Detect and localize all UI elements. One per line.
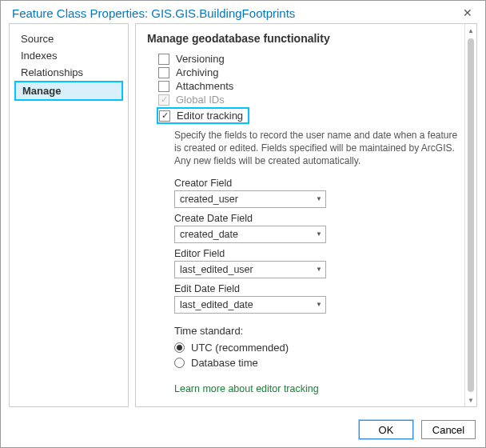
radio-utc-label: UTC (recommended) xyxy=(191,342,289,354)
editor-field-value: last_edited_user xyxy=(180,264,253,275)
main-panel: Manage geodatabase functionality Version… xyxy=(135,23,477,407)
chevron-down-icon: ▼ xyxy=(316,195,322,202)
radio-db[interactable] xyxy=(174,358,185,368)
dialog-body: Source Indexes Relationships Manage Mana… xyxy=(1,23,485,414)
option-attachments[interactable]: Attachments xyxy=(158,80,458,92)
option-attachments-label: Attachments xyxy=(176,80,233,92)
cancel-button[interactable]: Cancel xyxy=(421,420,476,439)
radio-utc[interactable] xyxy=(174,342,185,353)
creator-field-label: Creator Field xyxy=(174,178,458,189)
radio-utc-row[interactable]: UTC (recommended) xyxy=(174,342,458,354)
editor-field-dropdown[interactable]: last_edited_user ▼ xyxy=(174,261,326,278)
editor-field-label: Editor Field xyxy=(174,248,458,259)
close-icon[interactable]: ✕ xyxy=(458,6,477,20)
scroll-down-icon[interactable]: ▼ xyxy=(468,395,474,405)
editor-tracking-description: Specify the fields to record the user na… xyxy=(174,129,458,168)
create-date-field-value: created_date xyxy=(180,229,238,240)
edit-date-field-value: last_edited_date xyxy=(180,299,253,310)
chevron-down-icon: ▼ xyxy=(316,266,322,273)
sidebar-item-manage[interactable]: Manage xyxy=(14,81,123,101)
creator-field-dropdown[interactable]: created_user ▼ xyxy=(174,190,326,208)
radio-db-label: Database time xyxy=(191,357,258,369)
dialog-title: Feature Class Properties: GIS.GIS.Buildi… xyxy=(12,6,295,20)
sidebar: Source Indexes Relationships Manage xyxy=(9,23,129,407)
title-bar: Feature Class Properties: GIS.GIS.Buildi… xyxy=(1,1,485,23)
ok-button[interactable]: OK xyxy=(359,420,413,439)
sidebar-item-indexes[interactable]: Indexes xyxy=(10,47,128,64)
checkbox-globalids: ✓ xyxy=(158,94,169,106)
sidebar-item-relationships[interactable]: Relationships xyxy=(10,64,128,81)
radio-dot-icon xyxy=(177,345,182,350)
editor-tracking-block: Specify the fields to record the user na… xyxy=(174,129,458,395)
section-heading: Manage geodatabase functionality xyxy=(147,32,458,45)
scroll-thumb[interactable] xyxy=(468,38,474,392)
chevron-down-icon: ▼ xyxy=(316,301,322,308)
create-date-field-dropdown[interactable]: created_date ▼ xyxy=(174,226,326,243)
time-standard-label: Time standard: xyxy=(174,325,458,337)
option-globalids-label: Global IDs xyxy=(176,94,225,106)
vertical-scrollbar[interactable]: ▲ ▼ xyxy=(464,24,476,406)
option-versioning-label: Versioning xyxy=(176,53,225,65)
radio-db-row[interactable]: Database time xyxy=(174,357,458,369)
option-globalids: ✓ Global IDs xyxy=(158,94,458,106)
checkbox-attachments[interactable] xyxy=(158,81,169,92)
dialog-footer: OK Cancel xyxy=(1,414,485,447)
creator-field-value: created_user xyxy=(180,194,238,205)
edit-date-field-label: Edit Date Field xyxy=(174,283,458,294)
checkbox-versioning[interactable] xyxy=(158,54,169,65)
edit-date-field-dropdown[interactable]: last_edited_date ▼ xyxy=(174,296,326,314)
sidebar-item-source[interactable]: Source xyxy=(10,30,128,47)
checkbox-editor-tracking[interactable]: ✓ xyxy=(159,110,170,122)
main-content: Manage geodatabase functionality Version… xyxy=(136,24,464,406)
option-editor-tracking-row: ✓ Editor tracking xyxy=(157,107,458,124)
sidebar-item-manage-wrap: Manage xyxy=(10,81,128,101)
chevron-down-icon: ▼ xyxy=(316,230,322,238)
option-archiving[interactable]: Archiving xyxy=(158,66,458,78)
dialog-window: Feature Class Properties: GIS.GIS.Buildi… xyxy=(0,0,486,448)
option-editor-tracking-label: Editor tracking xyxy=(177,110,243,122)
learn-more-link[interactable]: Learn more about editor tracking xyxy=(174,383,319,394)
option-archiving-label: Archiving xyxy=(176,66,218,78)
editor-tracking-highlight: ✓ Editor tracking xyxy=(157,107,249,124)
create-date-field-label: Create Date Field xyxy=(174,213,458,224)
option-versioning[interactable]: Versioning xyxy=(158,53,458,65)
scroll-up-icon[interactable]: ▲ xyxy=(468,26,474,35)
checkbox-archiving[interactable] xyxy=(158,67,169,78)
